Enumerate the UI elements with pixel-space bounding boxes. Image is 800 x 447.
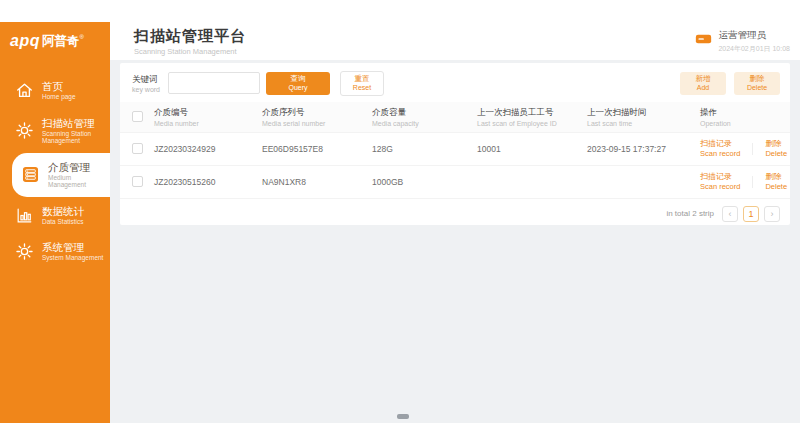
cell-capacity: 1000GB [372,177,477,187]
sidebar-item-system-management[interactable]: 系统管理 System Management [0,233,110,270]
home-icon [15,81,34,100]
row-delete-link[interactable]: 删除 Delete [765,172,787,191]
cell-media-number: JZ20230324929 [154,144,262,154]
gear-icon [15,242,34,261]
sidebar-item-label-en: Medium Management [48,174,108,189]
sidebar-item-label-zh: 首页 [42,80,76,93]
row-delete-link[interactable]: 删除 Delete [765,139,787,158]
col-last-scan-time: 上一次扫描时间 Last scan time [587,107,700,127]
page-title-zh: 扫描站管理平台 [134,27,246,46]
reset-button[interactable]: 重置 Reset [340,71,384,96]
keyword-input[interactable] [168,72,260,94]
sidebar-item-label-zh: 扫描站管理 [42,117,108,130]
select-all-checkbox[interactable] [132,111,143,122]
query-button[interactable]: 查询 Query [266,72,330,95]
page-number-button[interactable]: 1 [743,206,759,222]
cell-capacity: 128G [372,144,477,154]
user-badge-icon [695,31,712,43]
scan-record-link[interactable]: 扫描记录 Scan record [700,139,740,158]
user-name: 运营管理员 [718,29,790,42]
cell-last-scan: 2023-09-15 17:37:27 [587,144,700,154]
col-media-serial-number: 介质序列号 Media serial number [262,107,372,127]
server-icon [21,165,40,184]
gear-icon [15,121,34,140]
delete-button[interactable]: 删除 Delete [734,72,780,95]
main-content: 关键词 key word 查询 Query 重置 Reset 新增 Add [110,60,800,423]
sidebar-item-label-en: Scanning Station Management [42,130,108,145]
add-button[interactable]: 新增 Add [680,72,726,95]
table-header-row: 介质编号 Media number 介质序列号 Media serial num… [120,102,790,133]
sidebar: apq阿普奇® 首页 Home page 扫描站管理 Scanning Stat… [0,22,110,423]
row-checkbox[interactable] [132,176,143,187]
cell-serial: EE06D95157E8 [262,144,372,154]
content-card: 关键词 key word 查询 Query 重置 Reset 新增 Add [120,63,790,225]
sidebar-item-label-zh: 数据统计 [42,205,84,218]
table-row: JZ20230324929 EE06D95157E8 128G 10001 20… [120,133,790,166]
cell-serial: NA9N1XR8 [262,177,372,187]
logo-text: apq [10,32,40,50]
logo: apq阿普奇® [0,22,110,60]
sidebar-item-label-en: System Management [42,254,103,261]
scan-record-link[interactable]: 扫描记录 Scan record [700,172,740,191]
sidebar-item-label-en: Data Statistics [42,218,84,225]
col-media-number: 介质编号 Media number [154,107,262,127]
sidebar-item-home[interactable]: 首页 Home page [0,72,110,109]
page-title-en: Scanning Station Management [134,47,246,56]
pagination-total: in total 2 strip [666,209,714,218]
scrollbar-thumb[interactable] [397,414,409,419]
keyword-label: 关键词 key word [132,74,160,93]
prev-page-button[interactable]: ‹ [722,206,738,222]
page-title: 扫描站管理平台 Scanning Station Management [134,27,246,56]
divider [752,143,753,155]
logo-registered-mark: ® [79,34,83,40]
sidebar-item-data-statistics[interactable]: 数据统计 Data Statistics [0,197,110,234]
sidebar-item-label-zh: 系统管理 [42,241,103,254]
page: apq阿普奇® 首页 Home page 扫描站管理 Scanning Stat… [0,0,800,447]
table-row: JZ20230515260 NA9N1XR8 1000GB 扫描记录 Scan … [120,166,790,199]
row-checkbox[interactable] [132,143,143,154]
topbar: 扫描站管理平台 Scanning Station Management 运营管理… [110,22,800,60]
col-last-scan-employee-id: 上一次扫描员工工号 Last scan of Employee ID [477,107,587,127]
cell-employee-id: 10001 [477,144,587,154]
user-info[interactable]: 运营管理员 2024年02月01日 10:08 [695,29,790,54]
pagination: in total 2 strip ‹ 1 › [120,199,790,222]
toolbar: 关键词 key word 查询 Query 重置 Reset 新增 Add [120,63,790,102]
sidebar-item-label-zh: 介质管理 [48,161,108,174]
cell-media-number: JZ20230515260 [154,177,262,187]
media-table: 介质编号 Media number 介质序列号 Media serial num… [120,102,790,199]
col-media-capacity: 介质容量 Media capacity [372,107,477,127]
bar-chart-icon [15,206,34,225]
datetime: 2024年02月01日 10:08 [718,44,790,54]
sidebar-item-scanning-station[interactable]: 扫描站管理 Scanning Station Management [0,109,110,153]
sidebar-nav: 首页 Home page 扫描站管理 Scanning Station Mana… [0,72,110,270]
next-page-button[interactable]: › [764,206,780,222]
logo-zh: 阿普奇 [42,33,80,50]
sidebar-item-medium-management[interactable]: 介质管理 Medium Management [12,153,110,197]
col-operation: 操作 Operation [700,107,790,127]
sidebar-item-label-en: Home page [42,93,76,100]
divider [752,176,753,188]
